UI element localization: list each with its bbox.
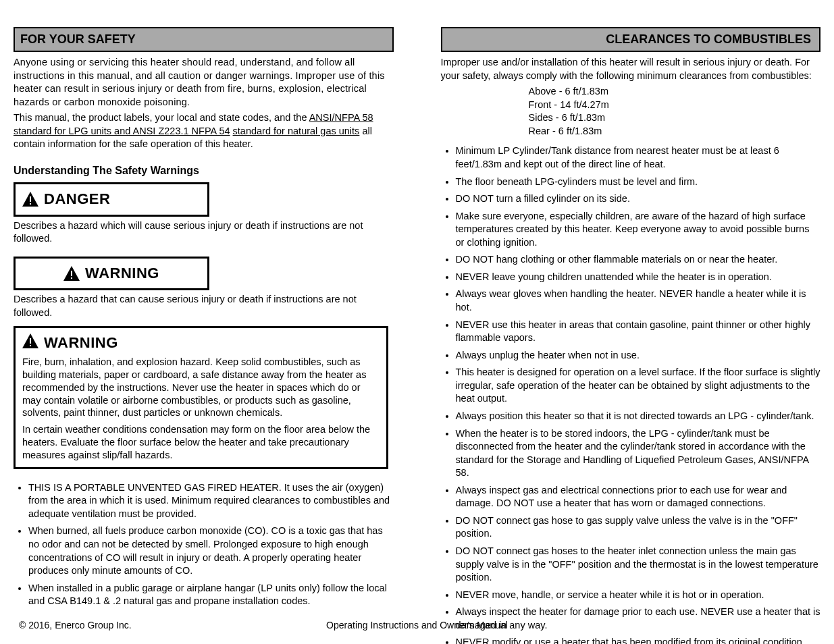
list-item: DO NOT connect gas hoses to the heater i…: [456, 545, 821, 585]
warning-icon: [22, 333, 38, 348]
list-item: Always inspect gas and electrical connec…: [456, 484, 821, 510]
right-column: CLEARANCES TO COMBUSTIBLES Improper use …: [441, 27, 821, 644]
left-intro: Anyone using or servicing this heater sh…: [14, 56, 394, 109]
list-item: When installed in a public garage or air…: [28, 582, 394, 608]
list-item: DO NOT connect gas hose to gas supply va…: [456, 514, 821, 541]
footer-copyright: © 2016, Enerco Group Inc.: [19, 620, 132, 630]
standard-link-2[interactable]: standard for natural gas units: [233, 126, 360, 136]
list-item: DO NOT turn a filled cylinder on its sid…: [456, 192, 821, 206]
list-item: The floor beneath LPG-cylinders must be …: [456, 176, 821, 189]
list-item: Minimum LP Cylinder/Tank distance from n…: [456, 144, 821, 171]
warning-box-2: WARNING Fire, burn, inhalation, and expl…: [14, 326, 388, 468]
list-item: NEVER modify or use a heater that has be…: [456, 636, 821, 644]
right-bullets: Minimum LP Cylinder/Tank distance from n…: [441, 144, 821, 644]
svg-rect-4: [30, 338, 31, 344]
clearance-item: Above - 6 ft/1.83m: [529, 85, 821, 99]
warning-2-p1: Fire, burn, inhalation, and explosion ha…: [22, 356, 380, 419]
right-intro: Improper use and/or installation of this…: [441, 56, 821, 82]
list-item: When the heater is to be stored indoors,…: [456, 427, 821, 480]
list-item: Always unplug the heater when not in use…: [456, 349, 821, 363]
list-item: Always position this heater so that it i…: [456, 410, 821, 423]
warning-desc-1: Describes a hazard that can cause seriou…: [14, 293, 394, 319]
list-item: NEVER leave young children unattended wh…: [456, 271, 821, 284]
warning-2-p2: In certain weather conditions condensati…: [22, 423, 380, 462]
danger-label: DANGER: [44, 190, 110, 209]
list-item: Always wear gloves when handling the hea…: [456, 288, 821, 314]
warning-box-1: WARNING: [14, 257, 209, 291]
svg-rect-2: [71, 271, 72, 276]
clearance-item: Sides - 6 ft/1.83m: [529, 111, 821, 125]
list-item: DO NOT hang clothing or other flammable …: [456, 253, 821, 267]
svg-rect-0: [30, 196, 31, 202]
warning-label-1: WARNING: [85, 264, 159, 284]
svg-rect-5: [30, 345, 31, 346]
clearance-item: Front - 14 ft/4.27m: [529, 99, 821, 112]
list-item: Make sure everyone, especially children,…: [456, 210, 821, 250]
right-header: CLEARANCES TO COMBUSTIBLES: [441, 27, 821, 52]
list-item: THIS IS A PORTABLE UNVENTED GAS FIRED HE…: [28, 481, 394, 521]
subheading: Understanding The Safety Warnings: [14, 165, 394, 177]
svg-rect-3: [71, 277, 72, 279]
clearance-list: Above - 6 ft/1.83mFront - 14 ft/4.27mSid…: [441, 85, 821, 138]
list-item: When burned, all fuels produce carbon mo…: [28, 525, 394, 577]
list-item: This heater is designed for operation on…: [456, 366, 821, 406]
left-column: FOR YOUR SAFETY Anyone using or servicin…: [14, 27, 394, 644]
list-item: NEVER use this heater in areas that cont…: [456, 319, 821, 345]
clearance-item: Rear - 6 ft/1.83m: [529, 125, 821, 138]
standards-paragraph: This manual, the product labels, your lo…: [14, 111, 394, 151]
danger-box: DANGER: [14, 182, 209, 217]
left-header: FOR YOUR SAFETY: [14, 27, 394, 52]
footer: © 2016, Enerco Group Inc. Operating Inst…: [0, 620, 834, 630]
svg-rect-1: [30, 203, 31, 205]
list-item: NEVER move, handle, or service a heater …: [456, 589, 821, 602]
danger-desc: Describes a hazard which will cause seri…: [14, 219, 394, 246]
footer-title: Operating Instructions and Owner's Manua…: [326, 620, 508, 630]
warning-icon: [22, 192, 38, 207]
warning-label-2: WARNING: [44, 333, 118, 353]
left-bullets: THIS IS A PORTABLE UNVENTED GAS FIRED HE…: [14, 481, 394, 608]
warning-icon: [63, 266, 80, 281]
